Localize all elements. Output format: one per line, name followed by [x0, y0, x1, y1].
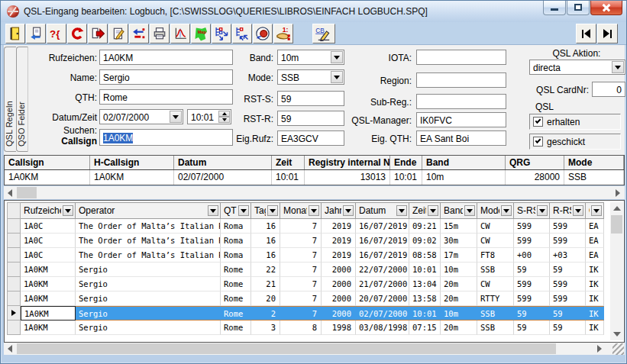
cell[interactable]: 22: [251, 263, 280, 277]
rst-r-input[interactable]: 59: [277, 111, 344, 126]
cell[interactable]: 59: [550, 263, 586, 277]
tab-qsl-regeln[interactable]: QSL Regeln: [4, 47, 16, 152]
datum-combo[interactable]: 02/07/2000: [99, 109, 183, 124]
query-button[interactable]: ?{: [47, 24, 66, 43]
iota-input[interactable]: [416, 50, 506, 65]
row-indicator[interactable]: [7, 219, 21, 234]
row-indicator[interactable]: [7, 248, 21, 263]
row-indicator[interactable]: [7, 321, 21, 335]
scroll-right-button[interactable]: [612, 186, 624, 199]
last-record-button[interactable]: [597, 24, 618, 43]
scroll-right-button[interactable]: [593, 343, 606, 355]
refresh-button[interactable]: [67, 24, 87, 43]
column-header-s-rst[interactable]: S-RST: [514, 202, 550, 219]
column-header-q[interactable]: Q: [586, 202, 604, 219]
filter-dropdown-button[interactable]: [63, 205, 73, 216]
filter-dropdown-button[interactable]: [428, 205, 438, 216]
cb-edit-button[interactable]: CB: [312, 24, 335, 43]
cell[interactable]: 10m: [441, 306, 477, 321]
cell[interactable]: 1A0KM: [21, 321, 76, 335]
column-header-mode[interactable]: Mode: [477, 202, 514, 219]
qsl-manager-input[interactable]: IK0FVC: [416, 112, 506, 127]
cell[interactable]: 03/08/1998: [356, 321, 409, 335]
cell[interactable]: 599: [550, 277, 586, 292]
cell[interactable]: RTTY: [477, 292, 514, 306]
cell[interactable]: 599: [514, 219, 550, 234]
column-header-qth[interactable]: QTH: [221, 202, 251, 219]
cell[interactable]: +00: [514, 248, 550, 263]
cell[interactable]: Sergio: [76, 306, 221, 321]
cell[interactable]: 10:01: [409, 263, 441, 277]
scroll-down-button[interactable]: [610, 328, 623, 340]
cell[interactable]: Rome: [221, 306, 251, 321]
geschickt-checkbox[interactable]: [533, 137, 543, 147]
minimize-button[interactable]: [543, 1, 566, 15]
column-header[interactable]: Zeit: [272, 156, 305, 169]
column-header-monat[interactable]: Monat: [280, 202, 322, 219]
cell[interactable]: IK: [586, 321, 604, 335]
map-button[interactable]: Map: [191, 24, 211, 43]
column-header[interactable]: Registry internal Nr: [305, 156, 390, 169]
row-indicator[interactable]: [7, 277, 21, 292]
cell[interactable]: 1A0KM: [21, 292, 76, 306]
cell[interactable]: IK: [586, 263, 604, 277]
table-row[interactable]: 1A0KMSergioRome207200020/07/200013:5820m…: [7, 292, 609, 306]
name-input[interactable]: Sergio: [99, 69, 233, 85]
cell[interactable]: 20m: [441, 321, 477, 335]
column-header-band[interactable]: Band: [441, 202, 477, 219]
filter-dropdown-button[interactable]: [573, 205, 583, 216]
cell[interactable]: 599: [514, 234, 550, 248]
cell[interactable]: 59: [550, 306, 586, 321]
cell[interactable]: The Order of Malta’s Italian R: [76, 248, 221, 263]
cell[interactable]: IK: [586, 292, 604, 306]
cell[interactable]: Sergio: [76, 263, 221, 277]
cell[interactable]: 599: [550, 219, 586, 234]
edit-fields-button[interactable]: 1:: [273, 24, 293, 43]
cell[interactable]: 28000: [506, 170, 564, 185]
cell[interactable]: EA: [586, 234, 604, 248]
table-row[interactable]: 1A0KMSergioRome27200002/07/200010:0110mS…: [7, 306, 609, 321]
cell[interactable]: 17m: [441, 248, 477, 263]
filter-dropdown-button[interactable]: [343, 205, 354, 216]
cell[interactable]: 16/07/2019: [356, 248, 409, 263]
cell[interactable]: FT8: [477, 248, 514, 263]
cell[interactable]: Rome: [221, 277, 251, 292]
cell[interactable]: 15m: [441, 219, 477, 234]
cell[interactable]: CW: [477, 234, 514, 248]
cell[interactable]: 16: [251, 234, 280, 248]
scroll-thumb[interactable]: [17, 343, 556, 354]
cell[interactable]: 59: [514, 263, 550, 277]
cell[interactable]: 2019: [322, 234, 356, 248]
cell[interactable]: 59: [514, 306, 550, 321]
table-row[interactable]: 1A0KMSergioRome217200021/07/200013:0420m…: [7, 277, 609, 292]
cell[interactable]: 16/07/2019: [356, 219, 409, 234]
cell[interactable]: 2000: [322, 263, 356, 277]
cell[interactable]: 20m: [441, 292, 477, 306]
cell[interactable]: 07:15: [409, 321, 441, 335]
cell[interactable]: 10:01: [272, 170, 305, 185]
cell[interactable]: 1A0KM: [90, 170, 174, 185]
cell[interactable]: SSB: [477, 321, 514, 335]
cell[interactable]: 10m: [441, 263, 477, 277]
table-row[interactable]: 1A0CThe Order of Malta’s Italian RRoma16…: [7, 219, 609, 234]
cell[interactable]: 10:01: [390, 170, 422, 185]
column-header-operator[interactable]: Operator: [76, 202, 221, 219]
resize-grip[interactable]: [612, 343, 624, 355]
rufzeichen-input[interactable]: 1A0KM: [99, 50, 233, 65]
cell[interactable]: CW: [477, 277, 514, 292]
cell[interactable]: 2019: [322, 219, 356, 234]
column-header-rufzeichen[interactable]: Rufzeichen: [21, 202, 76, 219]
distribute-fields-button[interactable]: [212, 24, 231, 43]
scroll-left-button[interactable]: [4, 186, 16, 199]
edit-record-button[interactable]: [108, 24, 128, 43]
row-indicator-header[interactable]: [7, 202, 21, 219]
cell[interactable]: Sergio: [76, 321, 221, 335]
cell[interactable]: 21/07/2000: [356, 277, 409, 292]
cell[interactable]: SSB: [564, 170, 624, 185]
cell[interactable]: The Order of Malta’s Italian R: [76, 234, 221, 248]
column-header[interactable]: Band: [422, 156, 506, 169]
cell[interactable]: 7: [280, 292, 322, 306]
cell[interactable]: Roma: [221, 219, 251, 234]
cell[interactable]: 1A0C: [21, 234, 76, 248]
scroll-left-button[interactable]: [4, 343, 16, 355]
